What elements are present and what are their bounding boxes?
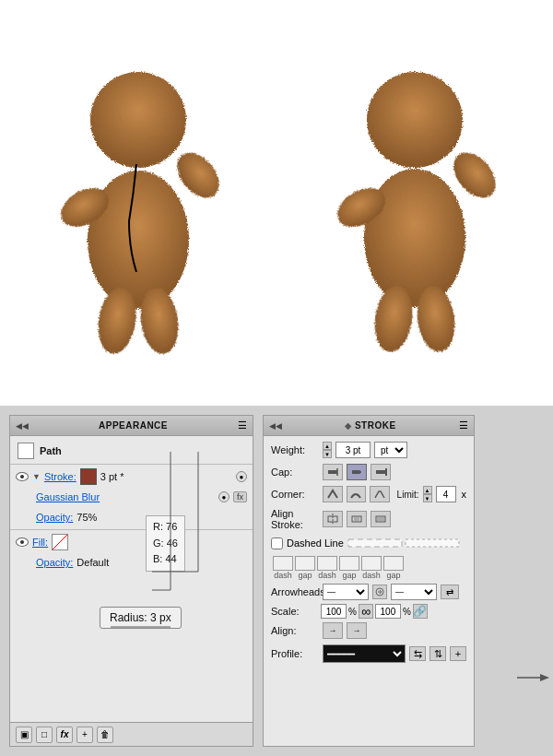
limit-up[interactable]: ▲ (423, 486, 432, 494)
dashed-checkbox[interactable] (271, 537, 283, 549)
stroke-panel: ◀◀ ◆ STROKE ☰ Weight: ▲ ▼ pt px (263, 415, 475, 747)
scale-label: Scale: (271, 606, 319, 617)
arrow-end-select[interactable]: — (391, 584, 437, 600)
dash1-input[interactable] (273, 556, 293, 571)
color-r: R: 76 (153, 519, 178, 536)
scale-left-input[interactable] (321, 604, 347, 619)
align-arrow-end-button[interactable]: → (347, 622, 367, 639)
align-outside-button[interactable] (371, 511, 391, 527)
limit-spinner[interactable]: ▲ ▼ (423, 486, 432, 502)
stroke-opacity-link[interactable]: Opacity: (36, 512, 73, 523)
dash2-label: dash (318, 571, 336, 580)
limit-down[interactable]: ▼ (423, 494, 432, 502)
gap3-input[interactable] (383, 556, 404, 571)
stroke-panel-title: ◆ STROKE (345, 420, 395, 431)
path-row: Path (10, 440, 253, 462)
corner-round-button[interactable] (347, 486, 367, 502)
color-callout: R: 76 G: 46 B: 44 (146, 515, 185, 572)
svg-marker-32 (540, 674, 549, 681)
limit-input[interactable] (436, 486, 456, 502)
stroke-menu-icon[interactable]: ☰ (459, 419, 468, 431)
dash2-input[interactable] (317, 556, 337, 571)
stroke-color-swatch[interactable] (80, 468, 97, 485)
stroke-value: 3 pt * (100, 471, 124, 482)
scale-right-input[interactable] (375, 604, 401, 619)
color-b: B: 44 (153, 551, 178, 568)
arrow-swap-icon[interactable]: ⇄ (441, 585, 459, 599)
scale-row: Scale: % ∞ % 🔗 (271, 604, 466, 619)
arrow-start-select[interactable]: — (323, 584, 369, 600)
collapse-icon: ◀◀ (16, 421, 29, 431)
radius-callout: Radius: 3 px (100, 607, 182, 629)
profile-add-icon[interactable]: + (450, 646, 466, 661)
appearance-panel-header: ◀◀ APPEARANCE ☰ (10, 416, 253, 436)
stroke-visibility-icon[interactable] (16, 472, 29, 481)
fill-opacity-row: Opacity: Default (10, 552, 253, 573)
weight-unit-select[interactable]: pt px (374, 442, 407, 458)
gaussian-blur-row: Gaussian Blur ● fx (10, 487, 253, 507)
align-stroke-row: Align Stroke: (271, 508, 466, 530)
weight-spinner[interactable]: ▲ ▼ (323, 442, 332, 458)
cap-round-button[interactable] (347, 464, 367, 480)
gap3-label: gap (386, 571, 400, 580)
trash-button[interactable]: 🗑 (97, 726, 113, 743)
panel-collapse[interactable]: ◀◀ (16, 421, 29, 431)
appearance-menu-icon[interactable]: ☰ (238, 419, 247, 431)
align-arrow-start-button[interactable]: → (323, 622, 343, 639)
separator-1 (10, 464, 253, 465)
weight-down[interactable]: ▼ (323, 450, 332, 458)
dash1-label: dash (274, 571, 292, 580)
align-label2: Align: (271, 625, 319, 636)
corner-bevel-button[interactable] (370, 486, 390, 502)
dashed-preview (347, 536, 460, 550)
svg-point-6 (364, 169, 465, 307)
limit-label: Limit: (397, 490, 419, 500)
align-inside-button[interactable] (347, 511, 367, 527)
stroke-collapse[interactable]: ◀◀ (269, 421, 282, 431)
stroke-collapse-icon: ◀◀ (269, 421, 282, 431)
align-center-button[interactable] (323, 511, 343, 527)
stroke-row: ▼ Stroke: 3 pt * ● (10, 467, 253, 487)
arrowheads-label: Arrowheads: (271, 586, 319, 597)
gap2-input[interactable] (339, 556, 359, 571)
fx-toolbar-button[interactable]: fx (56, 726, 73, 743)
stroke-circle-handle[interactable]: ● (236, 471, 247, 482)
fill-link[interactable]: Fill: (32, 537, 48, 548)
fill-visibility-icon[interactable] (16, 537, 29, 547)
corner-row: Corner: Limit: ▲ ▼ x (271, 486, 466, 502)
profile-select[interactable]: ━━━━━ (323, 644, 406, 663)
cap-butt-button[interactable] (323, 464, 343, 480)
stroke-panel-header: ◀◀ ◆ STROKE ☰ (264, 416, 474, 436)
svg-rect-25 (354, 517, 359, 521)
profile-flip-icon[interactable]: ⇆ (409, 646, 426, 661)
profile-flip-v-icon[interactable]: ⇅ (429, 646, 446, 661)
scale-percent-left: % (348, 607, 357, 617)
right-figure (313, 28, 516, 378)
layer-button[interactable]: ▣ (16, 726, 32, 743)
gaussian-blur-link[interactable]: Gaussian Blur (36, 491, 100, 502)
figure-area (0, 0, 553, 406)
add-effect-button[interactable]: + (76, 726, 93, 743)
corner-miter-button[interactable] (323, 486, 343, 502)
rect-button[interactable]: □ (36, 726, 53, 743)
svg-rect-19 (352, 470, 359, 474)
weight-up[interactable]: ▲ (323, 442, 332, 450)
fill-opacity-value: Default (76, 557, 109, 568)
stroke-link[interactable]: Stroke: (44, 471, 76, 482)
cap-square-button[interactable] (371, 464, 391, 480)
scale-link-icon[interactable]: ∞ (359, 604, 373, 619)
separator-2 (10, 529, 253, 530)
weight-input[interactable] (335, 442, 371, 458)
arrow-link-icon[interactable] (372, 585, 387, 599)
svg-rect-21 (385, 468, 387, 476)
fill-opacity-link[interactable]: Opacity: (36, 557, 73, 568)
dash3-input[interactable] (361, 556, 382, 571)
limit-x: x (462, 489, 467, 500)
stroke-opacity-value: 75% (76, 512, 97, 523)
profile-label: Profile: (271, 648, 319, 659)
path-label: Path (40, 445, 62, 456)
gap1-input[interactable] (295, 556, 315, 571)
fill-swatch[interactable] (52, 534, 68, 550)
scale-chain-icon[interactable]: 🔗 (413, 604, 428, 619)
gaussian-blur-handle[interactable]: ● (218, 491, 229, 502)
